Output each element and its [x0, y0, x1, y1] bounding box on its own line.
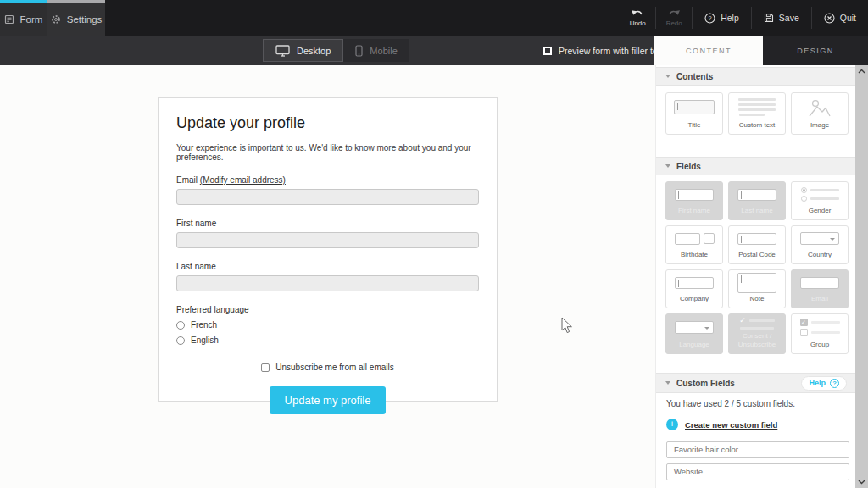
update-profile-button[interactable]: Update my profile	[270, 386, 387, 414]
help-button-label: Help	[809, 379, 826, 387]
select-icon	[675, 321, 714, 334]
help-button[interactable]: ? Help	[693, 13, 751, 24]
question-icon: ?	[830, 379, 839, 388]
desktop-toggle-button[interactable]: Desktop	[263, 39, 343, 62]
modify-email-link[interactable]: (Modify email address)	[200, 175, 286, 185]
unsubscribe-option: Unsubscribe me from all emails	[176, 363, 479, 372]
field-card-birthdate[interactable]: Birthdate	[665, 225, 723, 264]
custom-field-website[interactable]: Website	[666, 463, 849, 480]
email-input[interactable]	[176, 189, 479, 205]
text-input-icon	[800, 277, 839, 289]
undo-button[interactable]: Undo	[620, 8, 655, 27]
tab-form-label: Form	[20, 14, 43, 25]
mobile-toggle-button[interactable]: Mobile	[343, 39, 409, 62]
content-card-image[interactable]: Image	[791, 92, 849, 135]
card-label: Country	[805, 251, 834, 259]
preview-filler-option: Preview form with filler text	[543, 36, 665, 65]
card-label: Consent / Unsubscribe	[729, 332, 785, 349]
english-radio[interactable]	[176, 336, 185, 345]
submit-row: Update my profile	[176, 386, 479, 414]
quit-button[interactable]: Quit	[812, 13, 868, 24]
fields-section-header[interactable]: Fields	[656, 157, 856, 175]
field-card-last-name[interactable]: Last name	[728, 181, 786, 220]
quit-icon	[824, 13, 835, 24]
french-radio[interactable]	[176, 321, 185, 330]
card-label: Email	[809, 295, 831, 303]
checkbox-list-icon: ✓	[792, 314, 848, 341]
save-button[interactable]: Save	[752, 13, 811, 23]
textarea-icon	[737, 273, 776, 293]
card-label: Company	[677, 295, 711, 303]
card-label: Image	[808, 121, 832, 130]
last-name-input[interactable]	[176, 275, 479, 291]
undo-icon	[631, 8, 644, 18]
unsubscribe-label: Unsubscribe me from all emails	[275, 363, 394, 372]
field-card-language[interactable]: Language	[665, 313, 723, 354]
field-card-consent-unsubscribe[interactable]: ✓ Consent / Unsubscribe	[728, 313, 786, 354]
text-input-icon	[675, 189, 714, 201]
scroll-down-icon[interactable]	[855, 478, 868, 486]
field-card-postal-code[interactable]: Postal Code	[728, 225, 786, 264]
content-card-custom-text[interactable]: Custom text	[728, 92, 786, 135]
text-input-icon	[737, 189, 776, 201]
date-input-icon	[675, 233, 715, 245]
form-description: Your experience is important to us. We'd…	[176, 143, 479, 162]
unsubscribe-checkbox[interactable]	[261, 363, 270, 372]
tab-settings[interactable]: Settings	[47, 0, 105, 36]
desktop-icon	[275, 45, 290, 57]
field-card-first-name[interactable]: First name	[665, 181, 723, 220]
custom-text-icon	[729, 93, 785, 121]
field-card-email[interactable]: Email	[791, 269, 849, 308]
field-card-gender[interactable]: Gender	[791, 181, 849, 220]
form-canvas: Update your profile Your experience is i…	[0, 65, 655, 488]
create-custom-field-label: Create new custom field	[685, 420, 777, 430]
form-preview-card[interactable]: Update your profile Your experience is i…	[158, 97, 498, 402]
field-card-company[interactable]: Company	[665, 269, 723, 308]
save-label: Save	[779, 13, 799, 23]
language-label: Preferred language	[176, 305, 479, 314]
tab-form[interactable]: Form	[0, 0, 47, 36]
last-name-label: Last name	[176, 262, 479, 271]
scroll-up-icon[interactable]	[855, 67, 868, 75]
help-icon: ?	[704, 13, 715, 24]
field-card-group[interactable]: ✓ Group	[791, 313, 849, 354]
tab-content-label: CONTENT	[686, 47, 732, 55]
card-label: Group	[808, 341, 832, 349]
sidebar-scrollbar[interactable]	[855, 65, 868, 488]
radio-list-icon	[792, 182, 848, 207]
desktop-label: Desktop	[297, 46, 331, 56]
help-label: Help	[721, 13, 739, 23]
preview-filler-checkbox[interactable]	[543, 47, 552, 55]
first-name-input[interactable]	[176, 232, 479, 248]
english-label: English	[191, 336, 219, 345]
field-card-country[interactable]: Country	[791, 225, 849, 264]
field-card-note[interactable]: Note	[728, 269, 786, 308]
custom-fields-usage: You have used 2 / 5 custom fields.	[666, 399, 795, 408]
email-label: Email (Modify email address)	[176, 175, 479, 185]
gear-icon	[51, 14, 61, 25]
collapse-icon	[665, 75, 670, 78]
custom-fields-section-header[interactable]: Custom Fields Help ?	[656, 373, 856, 393]
undo-label: Undo	[630, 19, 646, 27]
card-label: Birthdate	[678, 251, 710, 259]
tab-design[interactable]: DESIGN	[763, 36, 868, 65]
mouse-cursor	[561, 317, 575, 339]
custom-field-favorite-hair-color[interactable]: Favorite hair color	[666, 441, 849, 458]
image-icon	[808, 97, 832, 118]
panel-tabs: CONTENT DESIGN	[654, 36, 868, 65]
form-title: Update your profile	[176, 114, 479, 132]
custom-fields-help-button[interactable]: Help ?	[801, 376, 847, 391]
svg-text:?: ?	[709, 14, 712, 22]
create-custom-field-button[interactable]: + Create new custom field	[666, 419, 777, 430]
card-label: Note	[748, 295, 767, 303]
card-label: Gender	[806, 207, 834, 215]
contents-section-header[interactable]: Contents	[656, 67, 856, 86]
plus-icon: +	[666, 419, 678, 430]
preview-filler-label: Preview form with filler text	[559, 46, 665, 56]
content-card-title[interactable]: Title	[665, 92, 723, 135]
mobile-icon	[355, 45, 363, 57]
tab-content[interactable]: CONTENT	[654, 36, 763, 65]
card-label: Custom text	[737, 121, 778, 130]
select-icon	[800, 232, 839, 245]
redo-button[interactable]: Redo	[656, 8, 692, 27]
